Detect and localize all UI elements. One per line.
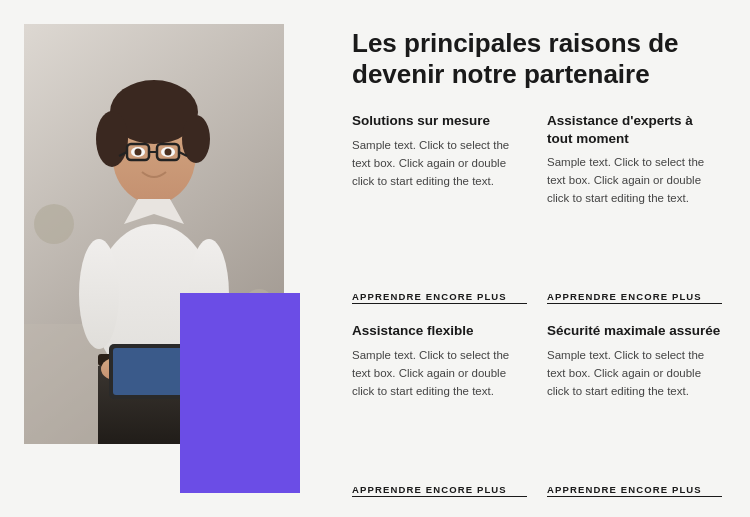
feature-3-title: Assistance flexible — [352, 322, 527, 340]
feature-3-link[interactable]: APPRENDRE ENCORE PLUS — [352, 484, 527, 497]
feature-2-link[interactable]: APPRENDRE ENCORE PLUS — [547, 291, 722, 304]
svg-point-6 — [96, 111, 128, 167]
feature-item-4: Sécurité maximale assurée Sample text. C… — [547, 322, 722, 497]
svg-point-15 — [135, 149, 142, 156]
feature-4-link[interactable]: APPRENDRE ENCORE PLUS — [547, 484, 722, 497]
feature-1-title: Solutions sur mesure — [352, 112, 527, 130]
left-section — [0, 0, 320, 517]
feature-2-title: Assistance d'experts à tout moment — [547, 112, 722, 147]
feature-1-link[interactable]: APPRENDRE ENCORE PLUS — [352, 291, 527, 304]
feature-1-text: Sample text. Click to select the text bo… — [352, 137, 527, 283]
feature-2-text: Sample text. Click to select the text bo… — [547, 154, 722, 282]
feature-item-3: Assistance flexible Sample text. Click t… — [352, 322, 527, 497]
page-container: Les principales raisons de devenir notre… — [0, 0, 750, 517]
page-title: Les principales raisons de devenir notre… — [352, 28, 722, 90]
feature-item-1: Solutions sur mesure Sample text. Click … — [352, 112, 527, 304]
feature-4-title: Sécurité maximale assurée — [547, 322, 722, 340]
feature-3-text: Sample text. Click to select the text bo… — [352, 347, 527, 475]
feature-item-2: Assistance d'experts à tout moment Sampl… — [547, 112, 722, 304]
purple-accent-block — [180, 293, 300, 493]
svg-point-16 — [165, 149, 172, 156]
features-grid: Solutions sur mesure Sample text. Click … — [352, 112, 722, 497]
right-section: Les principales raisons de devenir notre… — [320, 0, 750, 517]
svg-point-26 — [34, 204, 74, 244]
svg-point-20 — [79, 239, 119, 349]
feature-4-text: Sample text. Click to select the text bo… — [547, 347, 722, 475]
